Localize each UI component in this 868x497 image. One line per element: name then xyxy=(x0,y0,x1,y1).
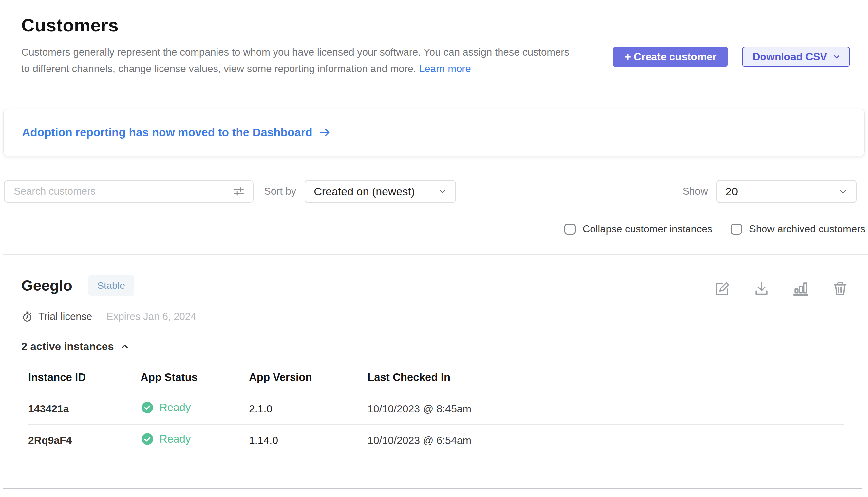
show-archived-label: Show archived customers xyxy=(749,223,865,235)
customer-card: Geeglo Stable Trial license Expires Jan … xyxy=(0,255,868,456)
collapse-instances-label: Collapse customer instances xyxy=(583,223,712,235)
adoption-reporting-text: Adoption reporting has now moved to the … xyxy=(22,126,312,139)
show-archived-checkbox[interactable] xyxy=(731,224,742,235)
arrow-right-icon xyxy=(318,126,332,139)
app-version: 1.14.0 xyxy=(249,425,368,456)
collapse-instances-option: Collapse customer instances xyxy=(564,223,712,235)
collapse-instances-checkbox[interactable] xyxy=(564,224,575,235)
show-archived-option: Show archived customers xyxy=(731,223,865,235)
col-header-last-checked-in: Last Checked In xyxy=(368,367,844,393)
download-csv-label: Download CSV xyxy=(752,51,827,63)
adoption-reporting-link[interactable]: Adoption reporting has now moved to the … xyxy=(22,126,332,139)
show-select-value: 20 xyxy=(725,185,738,198)
status-badge: Ready xyxy=(141,401,191,414)
search-input[interactable] xyxy=(14,186,233,197)
last-checked-in: 10/10/2023 @ 6:54am xyxy=(368,425,844,456)
status-label: Ready xyxy=(160,401,191,414)
page-bottom-divider xyxy=(3,488,862,489)
chevron-up-icon xyxy=(120,342,130,352)
instances-table-header-row: Instance ID App Status App Version Last … xyxy=(28,367,844,393)
edit-customer-icon[interactable] xyxy=(714,281,731,297)
search-box xyxy=(4,180,253,203)
instance-id: 2Rq9aF4 xyxy=(28,425,141,456)
sort-select-value: Created on (newest) xyxy=(314,185,415,198)
customer-title-wrap: Geeglo Stable xyxy=(21,275,134,296)
header-text-block: Customers Customers generally represent … xyxy=(21,14,578,77)
create-customer-button[interactable]: + Create customer xyxy=(613,46,728,67)
license-row: Trial license Expires Jan 6, 2024 xyxy=(21,311,848,323)
check-circle-icon xyxy=(141,432,154,446)
list-controls: Sort by Created on (newest) Show 20 xyxy=(4,180,856,203)
download-license-icon[interactable] xyxy=(753,281,770,297)
license-type: Trial license xyxy=(21,311,92,323)
instances-toggle-label: 2 active instances xyxy=(21,340,114,353)
filter-sliders-icon[interactable] xyxy=(233,185,245,198)
app-version: 2.1.0 xyxy=(249,393,368,425)
license-expiry: Expires Jan 6, 2024 xyxy=(106,311,196,323)
page-header: Customers Customers generally represent … xyxy=(0,0,868,77)
last-checked-in: 10/10/2023 @ 8:45am xyxy=(368,393,844,425)
stopwatch-icon xyxy=(21,311,33,323)
page-description-text: Customers generally represent the compan… xyxy=(21,46,569,74)
chevron-down-icon xyxy=(438,186,447,196)
chevron-down-icon xyxy=(838,186,848,196)
table-row: 143421a Ready 2.1.0 10/10/2023 @ 8:45am xyxy=(28,393,844,425)
status-badge: Ready xyxy=(141,432,191,446)
license-type-label: Trial license xyxy=(38,311,92,323)
chevron-down-icon xyxy=(832,53,841,61)
status-label: Ready xyxy=(160,433,191,445)
adoption-reporting-banner: Adoption reporting has now moved to the … xyxy=(3,109,865,156)
sort-select[interactable]: Created on (newest) xyxy=(305,180,456,203)
instances-table: Instance ID App Status App Version Last … xyxy=(28,367,844,456)
delete-customer-icon[interactable] xyxy=(832,281,848,297)
check-circle-icon xyxy=(141,401,154,414)
download-csv-button[interactable]: Download CSV xyxy=(742,46,850,67)
customer-actions xyxy=(714,281,848,297)
channel-badge: Stable xyxy=(88,275,134,296)
col-header-app-version: App Version xyxy=(249,367,368,393)
customer-name[interactable]: Geeglo xyxy=(21,277,72,294)
learn-more-link[interactable]: Learn more xyxy=(419,63,471,74)
table-row: 2Rq9aF4 Ready 1.14.0 10/10/2023 @ 6:54am xyxy=(28,425,844,456)
page-description: Customers generally represent the compan… xyxy=(21,44,578,77)
show-select[interactable]: 20 xyxy=(716,180,856,203)
sort-by-label: Sort by xyxy=(264,186,296,197)
customer-card-header: Geeglo Stable xyxy=(21,275,848,297)
col-header-app-status: App Status xyxy=(141,367,249,393)
show-label: Show xyxy=(682,186,708,197)
instance-id: 143421a xyxy=(28,393,141,425)
bar-chart-icon[interactable] xyxy=(793,281,809,297)
instances-toggle[interactable]: 2 active instances xyxy=(21,340,130,353)
list-filters: Collapse customer instances Show archive… xyxy=(0,223,865,235)
page-title: Customers xyxy=(21,14,578,36)
col-header-instance-id: Instance ID xyxy=(28,367,141,393)
header-actions: + Create customer Download CSV xyxy=(613,46,850,67)
